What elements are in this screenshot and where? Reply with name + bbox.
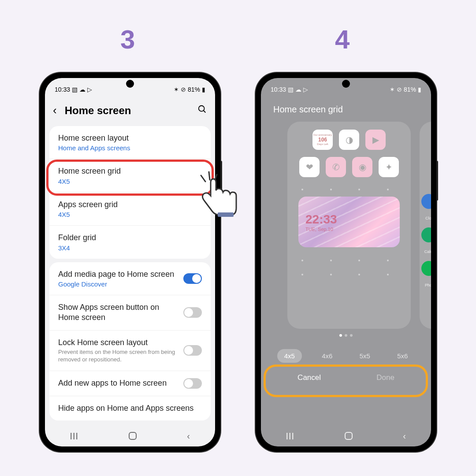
- phone-step-3: 10:33 ▧ ☁ ▷ ✶ ⊘ 81% ▮ ‹ Home screen Home: [40, 73, 220, 452]
- image-icon: ▧: [288, 86, 294, 93]
- side-label: Cale: [421, 249, 431, 254]
- battery-icon: ▮: [418, 86, 421, 93]
- cloud-icon: ☁: [79, 86, 86, 93]
- row-label: Hide apps on Home and Apps screens: [58, 403, 202, 413]
- grid-option-4x6[interactable]: 4x6: [315, 349, 339, 363]
- status-battery: 81%: [404, 86, 416, 93]
- row-value: Google Discover: [58, 280, 178, 288]
- battery-icon: ▮: [202, 86, 205, 93]
- home-preview-next-page[interactable]: Clo Cale Pho: [420, 122, 431, 329]
- phone-app-icon: [421, 261, 431, 276]
- grid-option-5x5[interactable]: 5x5: [353, 349, 377, 363]
- android-nav-bar: ||| ‹: [261, 425, 431, 446]
- nav-home-icon[interactable]: [129, 432, 137, 440]
- image-icon: ▧: [72, 86, 78, 93]
- row-value: Home and Apps screens: [58, 144, 202, 152]
- row-folder-grid[interactable]: Folder grid 3X4: [49, 226, 211, 258]
- status-time: 10:33: [55, 86, 70, 93]
- phone-step-4: 10:33 ▧ ☁ ▷ ✶ ⊘ 81% ▮ Home screen grid O…: [256, 73, 436, 452]
- app-icon: ❤: [299, 157, 320, 177]
- bottom-action-bar: Cancel Done: [261, 371, 431, 382]
- widget-time: 22:33: [305, 212, 400, 227]
- svg-rect-5: [218, 212, 234, 217]
- row-label: Folder grid: [58, 233, 202, 243]
- settings-header: ‹ Home screen: [45, 96, 215, 123]
- grid-option-4x5[interactable]: 4x5: [277, 349, 302, 363]
- svg-point-0: [199, 106, 205, 112]
- svg-line-2: [201, 175, 205, 182]
- row-value: 4X5: [58, 211, 202, 218]
- row-label: Home screen grid: [58, 166, 202, 176]
- toggle-media-page[interactable]: [183, 273, 202, 284]
- page-dot: [345, 334, 347, 337]
- toggle-add-new-apps[interactable]: [183, 378, 202, 389]
- camera-cutout: [342, 80, 350, 88]
- status-time: 10:33: [271, 86, 286, 93]
- step-number-4: 4: [335, 24, 350, 55]
- tap-pointer-icon: [190, 167, 242, 219]
- countdown-widget-icon: Our anniversary 106 Days Left: [312, 130, 333, 150]
- play-icon: ▷: [303, 86, 308, 93]
- side-label: Clo: [421, 216, 431, 220]
- countdown-label-bottom: Days Left: [317, 143, 328, 146]
- row-home-grid[interactable]: Home screen grid 4X5: [49, 159, 211, 192]
- nav-back-icon[interactable]: ‹: [187, 431, 190, 441]
- no-data-icon: ⊘: [181, 86, 186, 93]
- row-label: Apps screen grid: [58, 200, 202, 210]
- row-value: 4X5: [58, 178, 202, 185]
- phone-app-icon: ✆: [326, 157, 346, 177]
- row-label: Show Apps screen button on Home screen: [58, 302, 178, 323]
- app-icon: ▶: [365, 130, 386, 150]
- done-button[interactable]: Done: [376, 373, 394, 382]
- row-add-new-apps[interactable]: Add new apps to Home screen: [49, 371, 211, 396]
- grid-picker-title: Home screen grid: [261, 96, 431, 117]
- status-battery: 81%: [188, 86, 200, 93]
- toggle-lock-layout[interactable]: [183, 345, 202, 356]
- camera-cutout: [126, 80, 134, 88]
- svg-line-1: [204, 111, 206, 113]
- cancel-button[interactable]: Cancel: [298, 373, 321, 382]
- grid-option-5x6[interactable]: 5x6: [390, 349, 415, 363]
- row-label: Home screen layout: [58, 133, 202, 143]
- row-value: 3X4: [58, 244, 202, 252]
- settings-card-grids: Home screen layout Home and Apps screens…: [49, 126, 211, 259]
- clock-app-icon: [421, 194, 431, 209]
- svg-line-3: [209, 172, 210, 180]
- screen-grid-picker: 10:33 ▧ ☁ ▷ ✶ ⊘ 81% ▮ Home screen grid O…: [261, 78, 431, 446]
- grid-size-options: 4x5 4x6 5x5 5x6: [261, 337, 431, 371]
- page-title: Home screen: [65, 104, 190, 117]
- row-home-layout[interactable]: Home screen layout Home and Apps screens: [49, 126, 211, 159]
- nav-back-icon[interactable]: ‹: [403, 431, 406, 441]
- widget-date: TUE, Sep.10: [305, 227, 400, 232]
- row-apps-grid[interactable]: Apps screen grid 4X5: [49, 193, 211, 226]
- preview-carousel[interactable]: Our anniversary 106 Days Left ◑ ▶ ❤ ✆ ◉ …: [287, 117, 431, 329]
- wifi-icon: ✶: [174, 86, 179, 93]
- countdown-label-top: Our anniversary: [313, 134, 332, 137]
- android-nav-bar: ||| ‹: [45, 425, 215, 446]
- search-icon[interactable]: [197, 104, 207, 116]
- home-preview-page[interactable]: Our anniversary 106 Days Left ◑ ▶ ❤ ✆ ◉ …: [287, 122, 411, 329]
- app-icon: ◑: [339, 130, 359, 150]
- toggle-show-apps[interactable]: [183, 307, 202, 318]
- row-show-apps-button[interactable]: Show Apps screen button on Home screen: [49, 295, 211, 331]
- screen-settings: 10:33 ▧ ☁ ▷ ✶ ⊘ 81% ▮ ‹ Home screen Home: [45, 78, 215, 446]
- page-dot: [350, 334, 353, 337]
- no-data-icon: ⊘: [397, 86, 402, 93]
- row-description: Prevent items on the Home screen from be…: [58, 349, 178, 364]
- calendar-app-icon: [421, 227, 431, 242]
- row-lock-layout[interactable]: Lock Home screen layout Prevent items on…: [49, 331, 211, 371]
- side-label: Pho: [421, 283, 431, 287]
- nav-recents-icon[interactable]: |||: [70, 432, 78, 440]
- cloud-icon: ☁: [295, 86, 301, 93]
- countdown-number: 106: [318, 137, 327, 143]
- settings-card-toggles: Add media page to Home screen Google Dis…: [49, 262, 211, 421]
- back-icon[interactable]: ‹: [53, 104, 57, 117]
- page-dot: [339, 334, 342, 337]
- row-label: Add new apps to Home screen: [58, 378, 178, 388]
- row-media-page[interactable]: Add media page to Home screen Google Dis…: [49, 262, 211, 295]
- nav-recents-icon[interactable]: |||: [286, 432, 294, 440]
- row-hide-apps[interactable]: Hide apps on Home and Apps screens: [49, 396, 211, 420]
- nav-home-icon[interactable]: [345, 432, 353, 440]
- play-icon: ▷: [87, 86, 92, 93]
- clock-widget-preview: 22:33 TUE, Sep.10: [298, 197, 400, 247]
